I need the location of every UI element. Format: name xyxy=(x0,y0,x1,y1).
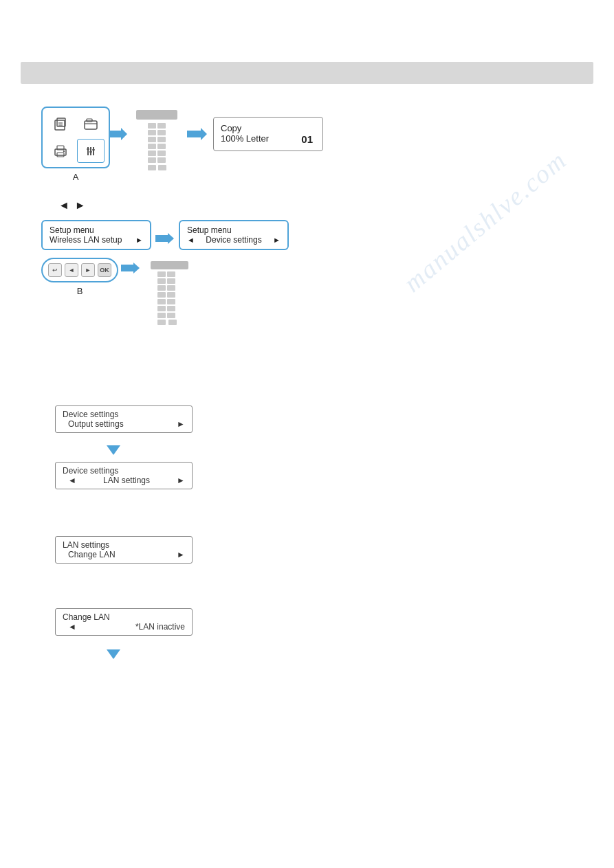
menu-display-1: Setup menu Wireless LAN setup ► xyxy=(41,220,151,250)
svg-marker-20 xyxy=(121,263,140,274)
change-lan-box: Change LAN ◄ *LAN inactive xyxy=(55,608,193,636)
nav-arrows: ◄ ► xyxy=(58,199,86,212)
device-settings-lan-box: Device settings ◄ LAN settings ► xyxy=(55,462,193,489)
svg-rect-4 xyxy=(85,121,97,129)
down-arrow-2 xyxy=(107,649,120,659)
section3-buttons: ↩ ◄ ► OK B xyxy=(41,258,195,325)
device-settings-lan-section: Device settings ◄ LAN settings ► xyxy=(55,462,193,489)
arrow-to-display xyxy=(187,127,208,141)
device-settings-output-box: Device settings Output settings ► xyxy=(55,405,193,433)
label-a: A xyxy=(73,172,79,182)
change-lan-section: Change LAN ◄ *LAN inactive xyxy=(55,608,193,636)
device-settings-lan-title: Device settings xyxy=(63,466,185,476)
menu1-item: Wireless LAN setup ► xyxy=(50,235,143,245)
btn-left[interactable]: ◄ xyxy=(65,263,78,277)
arrow-to-printer xyxy=(107,127,128,141)
device-settings-output-title: Device settings xyxy=(63,410,185,419)
copy-info: 100% Letter 01 xyxy=(221,133,313,145)
menu-display-2: Setup menu ◄ Device settings ► xyxy=(179,220,289,250)
arrow-to-printer-2 xyxy=(121,262,140,274)
svg-marker-18 xyxy=(187,128,207,140)
label-b: B xyxy=(77,286,83,296)
change-lan-title: Change LAN xyxy=(63,612,185,622)
watermark: manualshlve.com xyxy=(397,144,572,298)
icon-setup xyxy=(77,139,105,163)
device-settings-output-item: Output settings ► xyxy=(63,419,185,429)
menu1-title: Setup menu xyxy=(50,225,143,235)
svg-marker-19 xyxy=(155,233,174,244)
svg-point-10 xyxy=(63,150,65,151)
btn-right[interactable]: ► xyxy=(81,263,95,277)
nav-right: ► xyxy=(75,199,86,212)
nav-left: ◄ xyxy=(58,199,69,212)
device-settings-output-section: Device settings Output settings ► xyxy=(55,405,193,433)
lan-settings-box: LAN settings Change LAN ► xyxy=(55,536,193,564)
btn-back[interactable]: ↩ xyxy=(48,263,62,277)
icon-box: A xyxy=(41,107,110,168)
device-settings-lan-item: ◄ LAN settings ► xyxy=(63,476,185,485)
copy-number: 01 xyxy=(301,133,313,145)
copy-display: Copy 100% Letter 01 xyxy=(213,117,323,151)
printer-diagram-2 xyxy=(144,261,195,325)
change-lan-item: ◄ *LAN inactive xyxy=(63,622,185,632)
section1: A Copy 100% xyxy=(41,107,323,186)
svg-marker-17 xyxy=(107,128,127,140)
lan-settings-item: Change LAN ► xyxy=(63,550,185,559)
menu2-title: Setup menu xyxy=(187,225,281,235)
button-row: ↩ ◄ ► OK B xyxy=(41,258,118,282)
icon-scan xyxy=(77,112,105,136)
lan-settings-title: LAN settings xyxy=(63,540,185,550)
copy-letter: 100% Letter xyxy=(221,133,269,145)
svg-rect-9 xyxy=(57,153,64,157)
icon-print xyxy=(47,139,74,163)
icon-copy xyxy=(47,112,74,136)
section2-menus: Setup menu Wireless LAN setup ► Setup me… xyxy=(41,220,289,250)
printer-diagram-1 xyxy=(129,110,184,186)
btn-ok[interactable]: OK xyxy=(98,263,111,277)
lan-settings-section: LAN settings Change LAN ► xyxy=(55,536,193,564)
top-bar xyxy=(21,62,593,84)
menu2-item: ◄ Device settings ► xyxy=(187,235,281,245)
down-arrow-1 xyxy=(107,445,120,455)
arrow-between-menus xyxy=(155,232,175,245)
copy-title: Copy xyxy=(221,123,313,133)
